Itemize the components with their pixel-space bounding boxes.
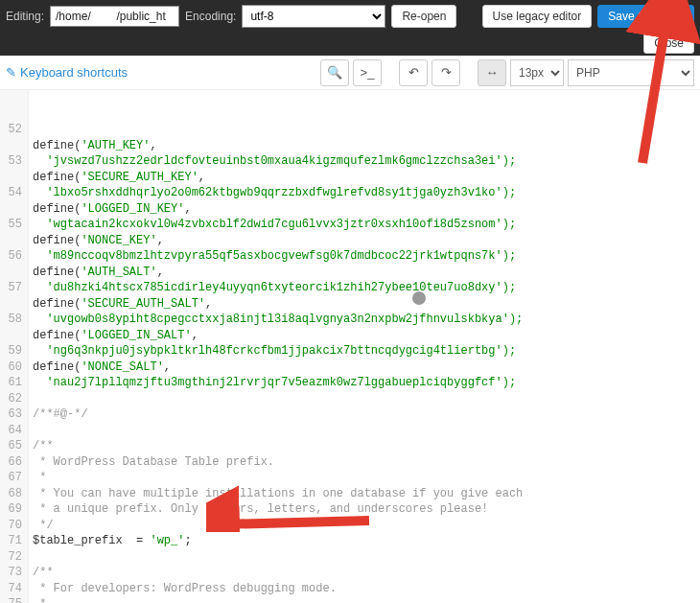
code-editor[interactable]: 5253545556575859606162636465666768697071…	[0, 90, 700, 603]
redo-button[interactable]: ↷	[432, 59, 460, 86]
gutter: 5253545556575859606162636465666768697071…	[0, 90, 29, 603]
code-area[interactable]: define('AUTH_KEY', 'jvswzd7ushzz2edrldcf…	[29, 90, 700, 603]
keyboard-shortcuts-link[interactable]: ✎ Keyboard shortcuts	[6, 65, 128, 80]
terminal-button[interactable]: >_	[353, 59, 382, 86]
undo-icon: ↶	[408, 65, 419, 80]
reopen-button[interactable]: Re-open	[391, 5, 456, 28]
save-changes-button[interactable]: Save Changes	[597, 5, 694, 28]
toolbar: ✎ Keyboard shortcuts 🔍 >_ ↶ ↷ ↔ 13px PHP	[0, 56, 700, 90]
edit-icon: ✎	[6, 65, 16, 80]
wrap-button[interactable]: ↔	[478, 59, 506, 86]
topbar: Editing: Encoding: utf-8 Re-open Use leg…	[0, 0, 700, 33]
topbar-row2: Close	[0, 33, 700, 56]
search-button[interactable]: 🔍	[320, 59, 349, 86]
wrap-icon: ↔	[486, 65, 499, 80]
font-size-select[interactable]: 13px	[510, 59, 564, 86]
editing-label: Editing:	[6, 10, 44, 23]
terminal-icon: >_	[361, 65, 375, 80]
search-icon: 🔍	[327, 65, 342, 80]
language-select[interactable]: PHP	[568, 59, 694, 86]
encoding-select[interactable]: utf-8	[242, 5, 385, 28]
undo-button[interactable]: ↶	[399, 59, 428, 86]
encoding-label: Encoding:	[185, 10, 236, 23]
legacy-editor-button[interactable]: Use legacy editor	[482, 5, 593, 28]
editing-path-input[interactable]	[50, 6, 179, 27]
close-button[interactable]: Close	[643, 33, 694, 54]
redo-icon: ↷	[441, 65, 452, 80]
cursor-dot	[412, 291, 426, 305]
